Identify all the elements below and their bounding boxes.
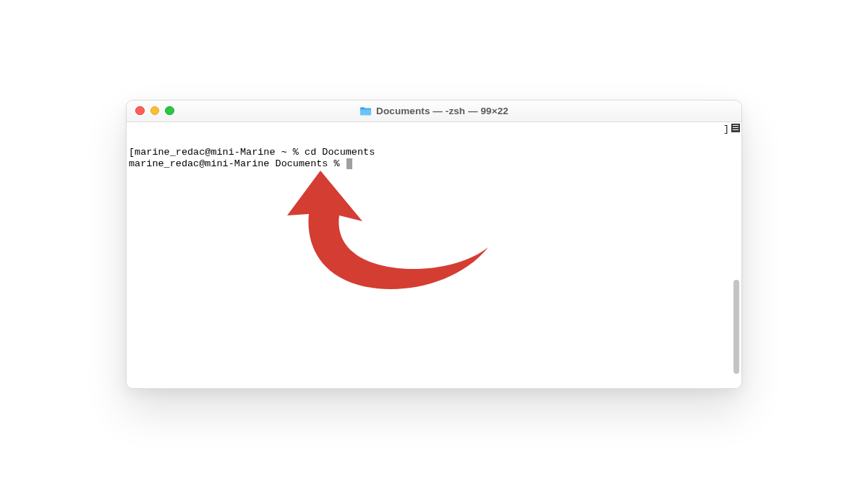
title-bar[interactable]: Documents — -zsh — 99×22 [127,100,741,122]
window-title: Documents — -zsh — 99×22 [359,106,509,116]
terminal-window: Documents — -zsh — 99×22 [marine_redac@m… [126,100,742,389]
terminal-line: [marine_redac@mini-Marine ~ % cd Documen… [129,147,739,158]
scrollbar-thumb[interactable] [733,280,739,374]
scrollbar[interactable] [733,147,739,381]
traffic-lights [127,106,174,116]
bracket-close: ] [723,124,729,135]
close-icon[interactable] [135,106,145,116]
hamburger-icon[interactable] [731,124,740,132]
terminal-body[interactable]: [marine_redac@mini-Marine ~ % cd Documen… [127,122,741,388]
folder-icon [359,106,372,116]
cursor-icon [346,158,352,169]
minimize-icon[interactable] [150,106,160,116]
window-title-text: Documents — -zsh — 99×22 [376,106,509,116]
zoom-icon[interactable] [165,106,174,116]
annotation-arrow-icon [271,162,503,299]
terminal-line: marine_redac@mini-Marine Documents % [129,158,346,170]
